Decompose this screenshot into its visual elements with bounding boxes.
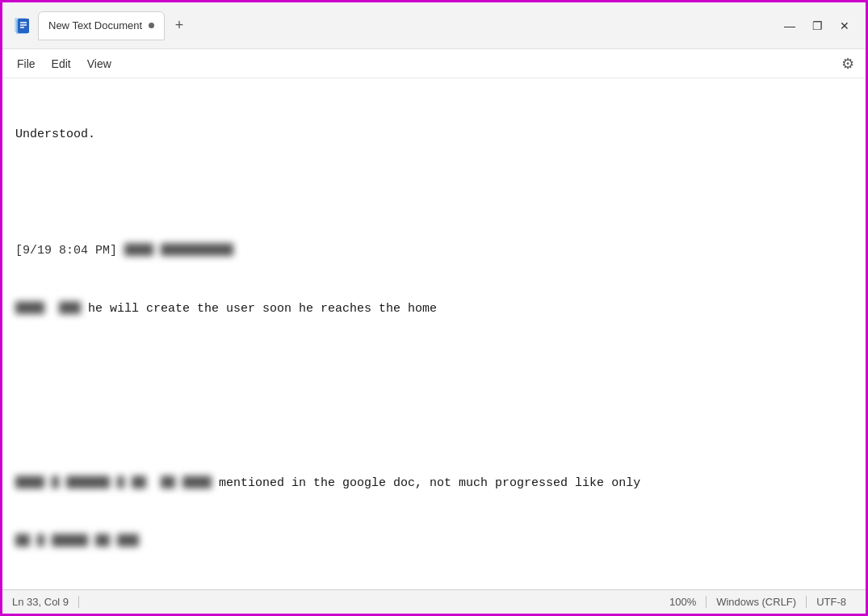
menu-edit[interactable]: Edit <box>44 54 79 73</box>
editor-line: Understood. <box>15 125 853 145</box>
main-window: New Text Document + — ❐ ✕ File Edit View… <box>0 0 868 616</box>
close-button[interactable]: ✕ <box>833 15 856 37</box>
tab-container: New Text Document + <box>38 11 772 40</box>
line-ending: Windows (CRLF) <box>707 596 807 608</box>
tab-title: New Text Document <box>48 19 142 31</box>
minimize-button[interactable]: — <box>778 15 801 37</box>
editor-line <box>15 358 853 377</box>
editor-line: ████ █ ██████ █ ██ ██ ████ mentioned in … <box>15 474 853 493</box>
menu-file[interactable]: File <box>9 54 44 73</box>
cursor-position: Ln 33, Col 9 <box>12 596 79 608</box>
title-bar: New Text Document + — ❐ ✕ <box>2 2 866 49</box>
editor-line: [9/19 8:04 PM] ████ ██████████ <box>15 241 853 261</box>
editor-area[interactable]: Understood. [9/19 8:04 PM] ████ ████████… <box>2 78 866 589</box>
tab-modified-dot <box>149 23 154 28</box>
zoom-level: 100% <box>660 596 707 608</box>
svg-rect-2 <box>18 19 29 33</box>
active-tab[interactable]: New Text Document <box>38 11 165 40</box>
settings-icon: ⚙ <box>841 55 854 73</box>
encoding: UTF-8 <box>807 596 856 608</box>
editor-line: ████ ███ he will create the user soon he… <box>15 300 853 319</box>
menu-view[interactable]: View <box>79 54 120 73</box>
status-bar: Ln 33, Col 9 100% Windows (CRLF) UTF-8 <box>2 589 866 614</box>
editor-line: ██ █ █████ ██ ███ <box>15 532 853 551</box>
app-icon <box>12 16 31 36</box>
maximize-button[interactable]: ❐ <box>806 15 828 37</box>
settings-button[interactable]: ⚙ <box>837 52 859 75</box>
menu-bar: File Edit View ⚙ <box>2 49 866 78</box>
editor-line <box>15 183 853 203</box>
window-controls: — ❐ ✕ <box>778 15 856 37</box>
editor-line <box>15 416 853 435</box>
new-tab-button[interactable]: + <box>168 15 191 37</box>
